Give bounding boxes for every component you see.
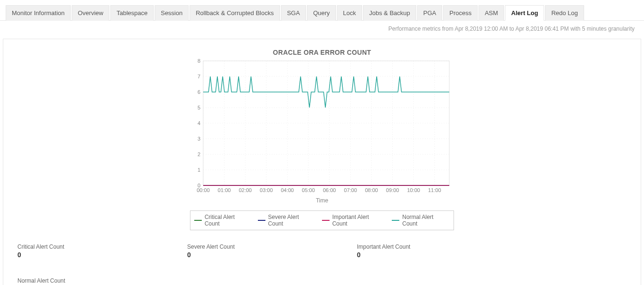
legend-item[interactable]: Important Alert Count: [322, 214, 386, 227]
chart-title: ORACLE ORA ERROR COUNT: [190, 49, 454, 56]
tab-bar: Monitor InformationOverviewTablespaceSes…: [0, 0, 644, 21]
severe-count-block: Severe Alert Count 0: [187, 243, 263, 259]
svg-text:09:00: 09:00: [386, 187, 399, 193]
svg-text:6: 6: [198, 89, 200, 95]
summary-counts: Critical Alert Count 0 Severe Alert Coun…: [17, 243, 627, 285]
legend-swatch-icon: [392, 220, 399, 221]
severe-count-value: 0: [187, 251, 263, 259]
normal-count-block: Normal Alert Count 6: [17, 277, 627, 285]
critical-count-value: 0: [17, 251, 93, 259]
svg-text:7: 7: [198, 74, 200, 79]
legend-swatch-icon: [194, 220, 202, 221]
svg-text:2: 2: [198, 151, 200, 157]
svg-text:02:00: 02:00: [239, 187, 252, 193]
legend-label: Critical Alert Count: [205, 214, 251, 227]
important-count-label: Important Alert Count: [357, 243, 432, 250]
important-count-block: Important Alert Count 0: [357, 243, 432, 259]
alert-log-panel: ORACLE ORA ERROR COUNT 01234567800:0001:…: [3, 39, 641, 285]
legend-swatch-icon: [322, 220, 330, 221]
x-axis-label: Time: [190, 197, 454, 204]
svg-text:08:00: 08:00: [365, 187, 378, 193]
legend-swatch-icon: [258, 220, 265, 221]
severe-count-label: Severe Alert Count: [187, 243, 263, 250]
svg-text:5: 5: [198, 105, 200, 110]
tab-redo-log[interactable]: Redo Log: [545, 5, 584, 21]
metrics-range-label: Performance metrics from Apr 8,2019 12:0…: [0, 21, 644, 35]
svg-text:8: 8: [198, 58, 200, 64]
important-count-value: 0: [357, 251, 432, 259]
tab-asm[interactable]: ASM: [479, 5, 504, 21]
svg-text:01:00: 01:00: [218, 187, 231, 193]
svg-text:4: 4: [198, 120, 200, 126]
legend-item[interactable]: Critical Alert Count: [194, 214, 251, 227]
tab-monitor-information[interactable]: Monitor Information: [6, 5, 71, 21]
tab-pga[interactable]: PGA: [417, 5, 442, 21]
tab-lock[interactable]: Lock: [337, 5, 362, 21]
tab-jobs-backup[interactable]: Jobs & Backup: [363, 5, 416, 21]
tab-alert-log[interactable]: Alert Log: [505, 5, 544, 21]
critical-count-label: Critical Alert Count: [17, 243, 93, 250]
svg-text:06:00: 06:00: [323, 187, 336, 193]
svg-text:03:00: 03:00: [260, 187, 273, 193]
svg-text:11:00: 11:00: [428, 187, 441, 193]
svg-text:05:00: 05:00: [302, 187, 315, 193]
svg-text:1: 1: [198, 167, 200, 173]
legend-item[interactable]: Severe Alert Count: [258, 214, 315, 227]
chart-legend: Critical Alert CountSevere Alert CountIm…: [190, 210, 454, 230]
svg-text:10:00: 10:00: [407, 187, 420, 193]
chart-container: ORACLE ORA ERROR COUNT 01234567800:0001:…: [190, 49, 454, 230]
svg-text:07:00: 07:00: [344, 187, 357, 193]
tab-process[interactable]: Process: [443, 5, 478, 21]
svg-text:04:00: 04:00: [281, 187, 294, 193]
tab-query[interactable]: Query: [307, 5, 336, 21]
tab-tablespace[interactable]: Tablespace: [110, 5, 154, 21]
legend-label: Severe Alert Count: [268, 214, 315, 227]
tab-overview[interactable]: Overview: [72, 5, 109, 21]
critical-count-block: Critical Alert Count 0: [17, 243, 93, 259]
tab-session[interactable]: Session: [155, 5, 189, 21]
legend-item[interactable]: Normal Alert Count: [392, 214, 450, 227]
line-chart: 01234567800:0001:0002:0003:0004:0005:000…: [190, 58, 454, 195]
tab-rollback-corrupted-blocks[interactable]: Rollback & Corrupted Blocks: [190, 5, 280, 21]
svg-text:3: 3: [198, 136, 200, 142]
tab-sga[interactable]: SGA: [281, 5, 306, 21]
svg-text:00:00: 00:00: [197, 187, 210, 193]
legend-label: Normal Alert Count: [402, 214, 450, 227]
legend-label: Important Alert Count: [332, 214, 386, 227]
normal-count-label: Normal Alert Count: [17, 277, 627, 284]
